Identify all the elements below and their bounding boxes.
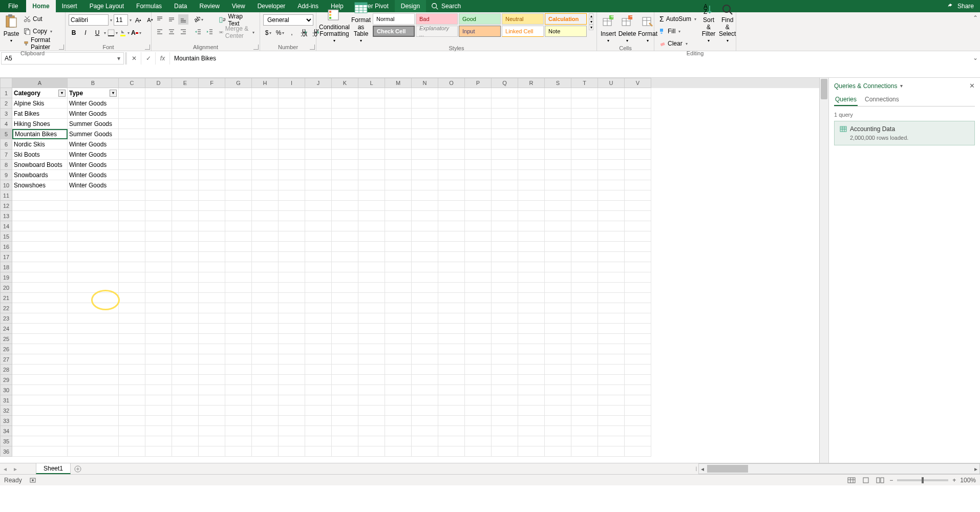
cell-H8[interactable]	[252, 160, 279, 170]
cell-A16[interactable]	[12, 242, 68, 252]
cell-Q36[interactable]	[492, 446, 518, 457]
cell-E8[interactable]	[172, 160, 199, 170]
row-header-10[interactable]: 10	[0, 180, 12, 190]
cell-O3[interactable]	[438, 109, 465, 119]
cell-T24[interactable]	[571, 324, 598, 334]
cell-C18[interactable]	[119, 262, 145, 272]
col-header-L[interactable]: L	[358, 78, 385, 88]
cell-O29[interactable]	[438, 375, 465, 385]
cell-I13[interactable]	[279, 211, 305, 221]
cell-I28[interactable]	[279, 365, 305, 375]
cell-O30[interactable]	[438, 385, 465, 395]
cell-H5[interactable]	[252, 129, 279, 139]
panel-close-button[interactable]: ✕	[969, 82, 975, 90]
cell-P30[interactable]	[465, 385, 492, 395]
cell-A34[interactable]	[12, 426, 68, 436]
tab-design[interactable]: Design	[395, 0, 426, 12]
cell-F19[interactable]	[199, 272, 225, 283]
cell-P9[interactable]	[465, 170, 492, 180]
row-header-29[interactable]: 29	[0, 375, 12, 385]
cell-I20[interactable]	[279, 283, 305, 293]
cell-L29[interactable]	[358, 375, 385, 385]
font-dialog-launcher[interactable]	[145, 45, 150, 50]
italic-button[interactable]: I	[80, 28, 91, 38]
cell-V33[interactable]	[625, 416, 651, 426]
cell-N30[interactable]	[412, 385, 438, 395]
cell-G30[interactable]	[225, 385, 252, 395]
cell-D3[interactable]	[145, 109, 172, 119]
align-right-button[interactable]	[178, 27, 188, 37]
cell-S32[interactable]	[545, 406, 571, 416]
cell-N14[interactable]	[412, 221, 438, 231]
sheet-nav-prev[interactable]: ◂	[0, 463, 10, 474]
cell-F20[interactable]	[199, 283, 225, 293]
cell-L16[interactable]	[358, 242, 385, 252]
col-header-E[interactable]: E	[172, 78, 199, 88]
cell-M16[interactable]	[385, 242, 412, 252]
cell-V36[interactable]	[625, 446, 651, 457]
cell-J26[interactable]	[305, 344, 332, 354]
cell-O18[interactable]	[438, 262, 465, 272]
align-center-button[interactable]	[166, 27, 177, 37]
cell-V26[interactable]	[625, 344, 651, 354]
cell-B12[interactable]	[68, 201, 119, 211]
row-header-28[interactable]: 28	[0, 365, 12, 375]
cell-L31[interactable]	[358, 395, 385, 406]
cell-G22[interactable]	[225, 303, 252, 313]
cell-E17[interactable]	[172, 252, 199, 262]
cell-S17[interactable]	[545, 252, 571, 262]
cell-T31[interactable]	[571, 395, 598, 406]
cell-M10[interactable]	[385, 180, 412, 190]
style-calculation[interactable]: Calculation	[545, 13, 587, 25]
cell-J14[interactable]	[305, 221, 332, 231]
cell-I29[interactable]	[279, 375, 305, 385]
cell-F26[interactable]	[199, 344, 225, 354]
cell-Q2[interactable]	[492, 98, 518, 109]
cell-F33[interactable]	[199, 416, 225, 426]
cell-K8[interactable]	[332, 160, 358, 170]
cell-F24[interactable]	[199, 324, 225, 334]
cell-D21[interactable]	[145, 293, 172, 303]
cell-O10[interactable]	[438, 180, 465, 190]
cell-I5[interactable]	[279, 129, 305, 139]
enter-fx-button[interactable]: ✓	[141, 52, 156, 65]
cell-O7[interactable]	[438, 150, 465, 160]
cell-N29[interactable]	[412, 375, 438, 385]
cell-I10[interactable]	[279, 180, 305, 190]
cell-D18[interactable]	[145, 262, 172, 272]
cell-R28[interactable]	[518, 365, 545, 375]
cell-J16[interactable]	[305, 242, 332, 252]
cell-P7[interactable]	[465, 150, 492, 160]
style-explanatory[interactable]: Explanatory ...	[416, 26, 458, 37]
cell-L10[interactable]	[358, 180, 385, 190]
cell-T19[interactable]	[571, 272, 598, 283]
cell-J8[interactable]	[305, 160, 332, 170]
cell-J34[interactable]	[305, 426, 332, 436]
cell-K9[interactable]	[332, 170, 358, 180]
cell-J31[interactable]	[305, 395, 332, 406]
row-header-4[interactable]: 4	[0, 119, 12, 129]
cell-A19[interactable]	[12, 272, 68, 283]
cell-M4[interactable]	[385, 119, 412, 129]
cell-R36[interactable]	[518, 446, 545, 457]
cell-J35[interactable]	[305, 436, 332, 446]
cell-A18[interactable]	[12, 262, 68, 272]
cell-V16[interactable]	[625, 242, 651, 252]
cell-R5[interactable]	[518, 129, 545, 139]
cell-B30[interactable]	[68, 385, 119, 395]
cell-H33[interactable]	[252, 416, 279, 426]
cell-Q4[interactable]	[492, 119, 518, 129]
cell-G5[interactable]	[225, 129, 252, 139]
cell-T1[interactable]	[571, 88, 598, 98]
number-format-combo[interactable]: General	[263, 14, 313, 26]
cell-V10[interactable]	[625, 180, 651, 190]
cell-Q7[interactable]	[492, 150, 518, 160]
cell-I18[interactable]	[279, 262, 305, 272]
cell-Q19[interactable]	[492, 272, 518, 283]
cell-Q15[interactable]	[492, 231, 518, 242]
cell-R35[interactable]	[518, 436, 545, 446]
cell-T21[interactable]	[571, 293, 598, 303]
cell-K4[interactable]	[332, 119, 358, 129]
cell-C34[interactable]	[119, 426, 145, 436]
cell-T20[interactable]	[571, 283, 598, 293]
